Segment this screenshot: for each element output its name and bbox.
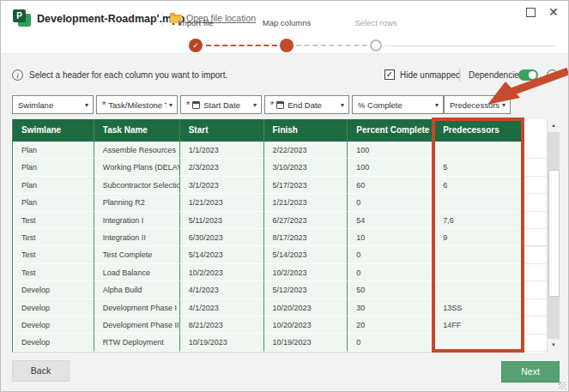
cell-percent-complete: 10 xyxy=(348,229,434,246)
cell-percent-complete: 0 xyxy=(348,264,434,281)
scrollbar-thumb[interactable] xyxy=(548,170,560,297)
column-mapping-dropdown[interactable]: * Predecessors ▾ xyxy=(444,95,511,114)
table-row[interactable]: Test Integration II 6/30/2023 8/17/2023 … xyxy=(13,229,523,246)
info-icon: i xyxy=(12,69,23,81)
dropdown-selected-label: % Complete xyxy=(358,100,433,110)
unmapped-empty-column xyxy=(523,119,548,353)
cell-finish: 2/22/2023 xyxy=(264,142,348,159)
step-label-import-file: Import file xyxy=(178,18,214,27)
dependencies-label: Dependencies xyxy=(469,70,524,80)
column-mapping-dropdown[interactable]: * Swimlane ▾ xyxy=(12,95,94,114)
cell-percent-complete: 60 xyxy=(348,177,434,194)
table-row[interactable]: Develop Development Phase II 8/21/2023 1… xyxy=(13,317,523,334)
required-asterisk: * xyxy=(186,101,190,108)
header-predecessors: Predecessors xyxy=(434,119,523,142)
cell-swimlane: Develop xyxy=(13,317,94,334)
cell-predecessors: 13SS xyxy=(434,299,523,317)
close-button[interactable]: ✕ xyxy=(548,4,559,20)
cell-task-name: Load Balance xyxy=(94,264,180,281)
cell-task-name: Alpha Build xyxy=(94,281,180,299)
hide-unmapped-label[interactable]: Hide unmapped xyxy=(400,70,461,80)
titlebar: P Development-Roadmap'.mpp Open file loc… xyxy=(1,1,568,54)
required-asterisk: * xyxy=(102,101,106,108)
cell-start: 10/19/2023 xyxy=(180,334,264,351)
table-row[interactable]: Develop RTW Deployment 10/19/2023 10/19/… xyxy=(13,334,523,351)
cell-start: 5/11/2023 xyxy=(180,212,264,229)
column-mapping-dropdown[interactable]: * Task/Milestone Title ▾ xyxy=(96,95,178,114)
step-label-select-rows: Select rows xyxy=(354,18,396,27)
resize-grip[interactable] xyxy=(559,382,566,389)
dependencies-toggle[interactable] xyxy=(518,69,538,81)
stepper-connector-pending xyxy=(296,45,367,46)
cell-task-name: Development Phase I xyxy=(94,299,180,317)
next-button[interactable]: Next xyxy=(501,361,560,383)
cell-swimlane: Test xyxy=(13,212,94,229)
scroll-down-button[interactable]: ▼ xyxy=(548,339,560,352)
toggle-knob xyxy=(529,71,536,79)
cell-start: 8/21/2023 xyxy=(180,317,264,334)
cell-swimlane: Plan xyxy=(13,177,94,194)
scroll-up-button[interactable]: ▲ xyxy=(548,119,560,132)
header-percent-complete: Percent Complete xyxy=(348,119,434,142)
header-task-name: Task Name xyxy=(94,119,180,142)
column-mapping-dropdown[interactable]: * Start Date ▾ xyxy=(180,95,262,114)
cell-percent-complete: 0 xyxy=(348,334,434,351)
cell-swimlane: Develop xyxy=(13,299,94,317)
instruction-text: Select a header for each column you want… xyxy=(29,70,227,80)
vertical-scrollbar[interactable]: ▲ ▼ xyxy=(548,119,560,352)
cell-swimlane: Plan xyxy=(13,142,94,159)
cell-percent-complete: 0 xyxy=(348,246,434,263)
cell-predecessors xyxy=(434,142,523,159)
step-circle-select-rows[interactable] xyxy=(370,39,382,51)
header-swimlane: Swimlane xyxy=(13,119,94,142)
toolbar-divider xyxy=(459,68,460,81)
cell-predecessors xyxy=(434,264,523,281)
import-wizard-dialog: P Development-Roadmap'.mpp Open file loc… xyxy=(0,0,569,392)
cell-swimlane: Develop xyxy=(13,281,94,299)
cell-start: 5/14/2023 xyxy=(180,246,264,263)
column-mapping-dropdown[interactable]: * % Complete ▾ xyxy=(352,95,444,114)
dropdown-selected-label: End Date xyxy=(288,100,338,110)
table-row[interactable]: Test Load Balance 10/2/2023 10/2/2023 0 xyxy=(13,264,523,281)
table-row[interactable]: Test Test Complete 5/14/2023 5/14/2023 0 xyxy=(13,246,523,263)
table-row[interactable]: Develop Development Phase I 4/1/2023 10/… xyxy=(13,299,523,317)
step-circle-map-columns[interactable] xyxy=(280,39,294,52)
stepper-connector-rest xyxy=(384,45,556,46)
cell-swimlane: Develop xyxy=(13,334,94,351)
table-row[interactable]: Test Integration I 5/11/2023 6/27/2023 5… xyxy=(13,212,523,229)
back-button[interactable]: Back xyxy=(12,360,70,382)
dropdown-selected-label: Predecessors xyxy=(450,100,499,110)
cell-finish: 6/27/2023 xyxy=(264,212,348,229)
table-row[interactable]: Plan Assemble Resources 1/1/2023 2/22/20… xyxy=(13,142,523,159)
step-circle-import-file[interactable]: ✓ xyxy=(189,39,203,52)
table-row[interactable]: Plan Working Plans (DELAY... 2/3/2023 3/… xyxy=(13,159,523,176)
dependencies-info-icon[interactable]: i xyxy=(547,69,558,81)
table-row[interactable]: Develop Alpha Build 4/1/2023 5/12/2023 5… xyxy=(13,281,523,299)
preview-table: Swimlane Task Name Start Finish Percent … xyxy=(12,119,560,353)
chevron-down-icon: ▾ xyxy=(341,101,344,109)
cell-swimlane: Test xyxy=(13,264,94,281)
maximize-button[interactable] xyxy=(526,8,536,17)
calendar-icon xyxy=(276,101,284,109)
cell-predecessors: 5 xyxy=(434,159,523,176)
cell-predecessors xyxy=(434,281,523,299)
ms-project-app-icon: P xyxy=(13,9,31,27)
cell-task-name: Integration I xyxy=(94,212,180,229)
cell-start: 2/3/2023 xyxy=(180,159,264,176)
table-row[interactable]: Plan Planning R2 1/21/2023 1/21/2023 0 xyxy=(13,194,523,211)
cell-finish: 5/17/2023 xyxy=(264,177,348,194)
table-row[interactable]: Plan Subcontractor Selection 3/1/2023 5/… xyxy=(13,177,523,194)
hide-unmapped-checkbox[interactable]: ✓ xyxy=(384,69,395,80)
cell-task-name: Assemble Resources xyxy=(94,142,180,159)
cell-finish: 5/12/2023 xyxy=(264,281,348,299)
cell-task-name: Subcontractor Selection xyxy=(94,177,180,194)
dropdown-selected-label: Start Date xyxy=(203,100,251,110)
required-asterisk: * xyxy=(270,101,274,108)
cell-predecessors: 6 xyxy=(434,177,523,194)
column-mapping-dropdown[interactable]: * End Date ▾ xyxy=(264,95,349,114)
cell-finish: 10/20/2023 xyxy=(264,317,348,334)
dropdown-selected-label: Task/Milestone Title xyxy=(108,100,166,110)
cell-finish: 10/20/2023 xyxy=(264,299,348,317)
cell-finish: 1/21/2023 xyxy=(264,194,348,211)
cell-task-name: RTW Deployment xyxy=(94,334,180,351)
